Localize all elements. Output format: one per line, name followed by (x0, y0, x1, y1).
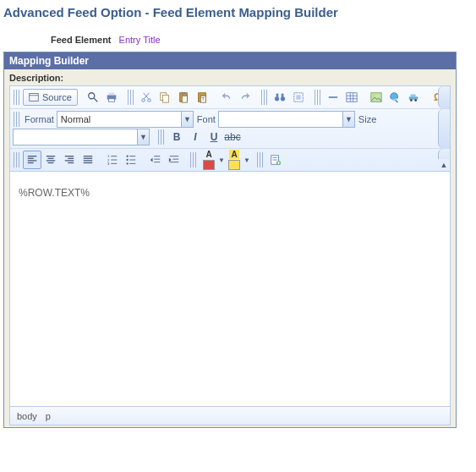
toolbar-grip[interactable] (14, 152, 20, 167)
toolbar-grip[interactable] (158, 129, 165, 145)
text-color-dropdown[interactable]: ▼ (218, 152, 225, 167)
toolbar-grip[interactable] (261, 90, 268, 105)
indent-button[interactable] (165, 151, 183, 169)
select-all-button[interactable] (289, 88, 308, 107)
insert-template-button[interactable] (266, 151, 285, 169)
bold-button[interactable]: B (167, 128, 186, 146)
source-button[interactable]: Source (23, 89, 78, 106)
text-color-swatch (203, 160, 215, 170)
toolbar-collapse-icon[interactable]: ▲ (438, 159, 450, 171)
toolbar-grip[interactable] (315, 90, 321, 105)
bg-color-dropdown[interactable]: ▼ (243, 152, 250, 167)
binoculars-icon (274, 91, 286, 103)
align-right-button[interactable] (60, 151, 79, 169)
status-path-p[interactable]: p (46, 411, 51, 421)
image-icon (370, 91, 382, 103)
unordered-list-button[interactable] (122, 151, 140, 169)
image-button[interactable] (367, 88, 386, 107)
svg-line-10 (143, 93, 148, 99)
format-dropdown-icon[interactable]: ▼ (181, 112, 193, 127)
source-icon (29, 92, 39, 102)
svg-text:3: 3 (107, 162, 110, 166)
template-icon (270, 154, 282, 166)
editor-content-area[interactable]: %ROW.TEXT% (9, 172, 451, 407)
svg-rect-5 (108, 93, 114, 96)
size-input[interactable] (14, 129, 137, 145)
undo-icon (221, 91, 233, 103)
page-title: Advanced Feed Option - Feed Element Mapp… (0, 0, 476, 33)
mapping-builder-panel: Mapping Builder Description: Source T (3, 52, 457, 428)
font-input[interactable] (219, 112, 342, 127)
svg-point-32 (373, 95, 375, 97)
svg-rect-24 (296, 95, 300, 99)
source-label: Source (42, 92, 72, 102)
undo-button[interactable] (217, 88, 236, 107)
status-path-body[interactable]: body (17, 411, 37, 421)
outdent-icon (150, 154, 161, 166)
italic-icon: I (194, 131, 196, 143)
preview-button[interactable] (84, 88, 102, 107)
horizontal-rule-button[interactable] (324, 88, 342, 107)
printer-icon (106, 91, 118, 103)
indent-icon (168, 154, 180, 166)
toolbar-grip[interactable] (257, 152, 264, 167)
strike-icon: abc (224, 131, 240, 143)
size-combo[interactable]: ▼ (13, 129, 150, 145)
align-justify-button[interactable] (79, 151, 97, 169)
size-dropdown-icon[interactable]: ▼ (137, 129, 149, 145)
bg-color-button[interactable]: A (225, 151, 243, 169)
align-justify-icon (82, 154, 94, 166)
ol-icon: 123 (107, 154, 118, 166)
toolbar-grip[interactable] (14, 90, 20, 105)
svg-point-60 (126, 155, 128, 156)
copy-icon (159, 91, 171, 103)
find-button[interactable] (271, 88, 289, 107)
scissors-icon (140, 91, 152, 103)
description-label: Description: (9, 73, 451, 83)
copy-button[interactable] (156, 88, 174, 107)
text-color-button[interactable]: A (200, 151, 218, 169)
font-dropdown-icon[interactable]: ▼ (342, 112, 354, 127)
toolbar-end-tab[interactable] (438, 109, 450, 148)
svg-point-35 (410, 99, 413, 102)
svg-line-9 (144, 93, 149, 99)
redo-icon (239, 91, 251, 103)
svg-rect-34 (409, 96, 419, 100)
panel-header: Mapping Builder (4, 52, 456, 69)
ul-icon (125, 154, 137, 166)
align-left-button[interactable] (23, 151, 41, 169)
format-label: Format (23, 114, 57, 124)
format-input[interactable] (57, 112, 181, 127)
svg-rect-26 (347, 93, 357, 102)
redo-button[interactable] (236, 88, 254, 107)
italic-button[interactable]: I (186, 128, 205, 146)
anchor-button[interactable] (404, 88, 423, 107)
ordered-list-button[interactable]: 123 (103, 151, 122, 169)
underline-button[interactable]: U (205, 128, 223, 146)
align-center-button[interactable] (41, 151, 60, 169)
svg-rect-37 (410, 95, 415, 97)
feed-element-label: Feed Element (51, 35, 112, 45)
toolbar-end-tab[interactable] (438, 86, 450, 108)
toolbar-grip[interactable] (14, 112, 20, 127)
paste-button[interactable] (174, 88, 193, 107)
link-button[interactable] (386, 88, 404, 107)
paste-text-button[interactable]: T (193, 88, 211, 107)
outdent-button[interactable] (146, 151, 165, 169)
svg-rect-15 (182, 96, 187, 102)
toolbar-grip[interactable] (190, 152, 197, 167)
svg-rect-12 (162, 95, 168, 102)
table-button[interactable] (342, 88, 361, 107)
format-combo[interactable]: ▼ (57, 111, 194, 128)
font-combo[interactable]: ▼ (218, 111, 355, 128)
cut-button[interactable] (137, 88, 156, 107)
print-button[interactable] (102, 88, 121, 107)
svg-rect-14 (181, 92, 185, 95)
toolbar-grip[interactable] (128, 90, 134, 105)
hr-icon (327, 91, 339, 103)
bg-color-icon: A (229, 150, 238, 159)
feed-element-row: Feed Element Entry Title (0, 33, 476, 50)
table-icon (346, 91, 358, 103)
bg-color-swatch (228, 160, 240, 170)
strike-button[interactable]: abc (223, 128, 242, 146)
